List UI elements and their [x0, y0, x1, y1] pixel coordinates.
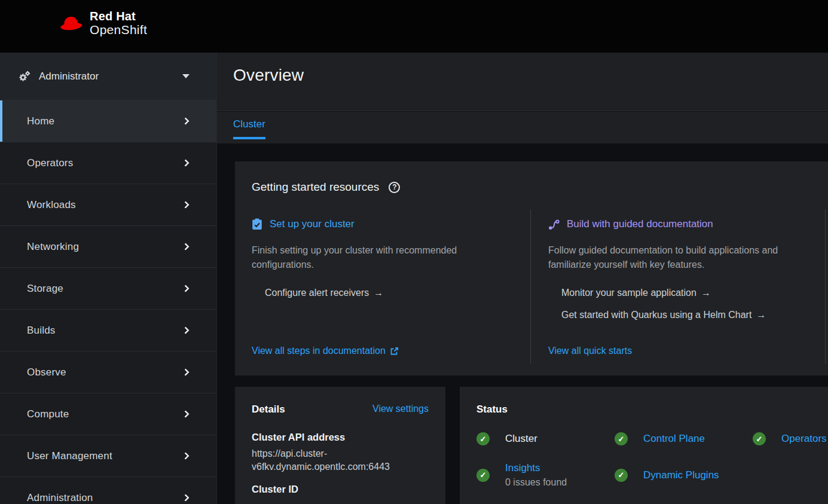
- clipboard-check-icon: [252, 218, 262, 230]
- help-icon[interactable]: ?: [389, 182, 400, 193]
- getting-started-column-guided-docs: Build with guided documentation Follow g…: [530, 209, 825, 364]
- quarkus-helm-chart-link[interactable]: Get started with Quarkus using a Helm Ch…: [561, 310, 801, 320]
- sidebar-nav: Home Operators Workloads Networking Stor…: [0, 100, 216, 504]
- configure-alert-receivers-link[interactable]: Configure alert receivers→: [265, 288, 504, 298]
- check-circle-icon: ✓: [476, 432, 490, 445]
- chevron-right-icon: [182, 201, 190, 209]
- getting-started-column-more: [825, 209, 828, 364]
- arrow-right-icon: →: [374, 288, 383, 298]
- arrow-right-icon: →: [701, 288, 711, 298]
- sidebar-item-storage[interactable]: Storage: [0, 267, 216, 309]
- sidebar-item-administration[interactable]: Administration: [0, 476, 216, 504]
- operators-link[interactable]: Operators: [781, 433, 827, 445]
- menu-icon: [26, 22, 28, 30]
- guided-documentation-link[interactable]: Build with guided documentation: [548, 218, 801, 230]
- check-circle-icon: ✓: [615, 469, 628, 482]
- chevron-right-icon: [182, 285, 190, 292]
- chevron-right-icon: [182, 368, 190, 376]
- view-all-steps-link[interactable]: View all steps in documentation: [252, 346, 504, 356]
- control-plane-link[interactable]: Control Plane: [643, 433, 705, 445]
- sidebar-item-home[interactable]: Home: [0, 100, 216, 142]
- monitor-sample-app-link[interactable]: Monitor your sample application→: [561, 288, 801, 298]
- status-item-operators: ✓ Operators: [753, 432, 828, 445]
- sidebar-item-user-management[interactable]: User Management: [0, 435, 216, 476]
- chevron-right-icon: [182, 410, 190, 418]
- status-item-control-plane: ✓ Control Plane: [615, 432, 753, 445]
- caret-down-icon: [182, 74, 190, 78]
- nav-toggle-button[interactable]: [17, 17, 37, 35]
- check-circle-icon: ✓: [615, 432, 628, 445]
- getting-started-title: Getting started resources: [252, 181, 379, 194]
- dynamic-plugins-link[interactable]: Dynamic Plugins: [643, 469, 719, 481]
- route-icon: [548, 219, 560, 230]
- status-item-dynamic-plugins: ✓ Dynamic Plugins: [615, 462, 753, 488]
- page-header: Overview: [217, 53, 828, 111]
- arrow-right-icon: →: [756, 310, 766, 320]
- brand-name: Red Hat: [90, 10, 147, 23]
- sidebar-item-workloads[interactable]: Workloads: [0, 184, 216, 225]
- chevron-right-icon: [182, 326, 190, 334]
- chevron-right-icon: [182, 159, 190, 167]
- redhat-hat-icon: [59, 11, 84, 36]
- details-title: Details: [252, 404, 285, 416]
- chevron-right-icon: [182, 243, 190, 251]
- perspective-label: Administrator: [39, 71, 99, 83]
- cogs-icon: [18, 70, 31, 83]
- setup-cluster-link[interactable]: Set up your cluster: [252, 218, 504, 230]
- sidebar-item-builds[interactable]: Builds: [0, 309, 216, 351]
- brand-product: OpenShift: [90, 23, 147, 36]
- sidebar: Administrator Home Operators Workloads N…: [0, 53, 217, 504]
- dashboard: Getting started resources ? Set up your: [217, 143, 828, 504]
- getting-started-column-setup: Set up your cluster Finish setting up yo…: [252, 209, 530, 364]
- view-settings-link[interactable]: View settings: [372, 404, 429, 414]
- check-circle-icon: ✓: [753, 432, 766, 445]
- check-circle-icon: ✓: [476, 469, 490, 482]
- brand-logo[interactable]: Red Hat OpenShift: [59, 10, 147, 36]
- chevron-right-icon: [182, 494, 190, 502]
- masthead: Red Hat OpenShift: [0, 0, 828, 53]
- status-item-insights: ✓ Insights 0 issues found: [476, 462, 615, 488]
- insights-issues-count: 0 issues found: [505, 477, 567, 488]
- sidebar-item-networking[interactable]: Networking: [0, 225, 216, 267]
- sidebar-item-observe[interactable]: Observe: [0, 351, 216, 393]
- view-all-quick-starts-link[interactable]: View all quick starts: [548, 346, 801, 356]
- external-link-icon: [390, 347, 399, 356]
- chevron-right-icon: [182, 117, 190, 125]
- cluster-api-address-label: Cluster API address: [252, 432, 429, 443]
- tab-cluster[interactable]: Cluster: [233, 118, 265, 139]
- perspective-switcher[interactable]: Administrator: [0, 53, 216, 100]
- details-card: Details View settings Cluster API addres…: [235, 387, 445, 504]
- insights-link[interactable]: Insights: [505, 462, 567, 474]
- setup-description: Finish setting up your cluster with reco…: [252, 243, 504, 272]
- sidebar-item-operators[interactable]: Operators: [0, 142, 216, 184]
- tab-bar: Cluster: [217, 112, 828, 143]
- status-card: Status View alerts ✓ Cluster ✓ Control P…: [460, 387, 828, 504]
- chevron-right-icon: [182, 452, 190, 460]
- page-title: Overview: [233, 66, 304, 85]
- cluster-id-label: Cluster ID: [252, 484, 429, 495]
- guided-docs-description: Follow guided documentation to build app…: [548, 243, 801, 272]
- status-title: Status: [476, 404, 508, 416]
- cluster-api-address-value: https://api.cluster-v6fkv.dynamic.opentl…: [252, 447, 429, 474]
- status-item-cluster: ✓ Cluster: [476, 432, 615, 445]
- openshift-console: Red Hat OpenShift: [0, 0, 828, 504]
- getting-started-card: Getting started resources ? Set up your: [235, 161, 828, 375]
- sidebar-item-compute[interactable]: Compute: [0, 393, 216, 435]
